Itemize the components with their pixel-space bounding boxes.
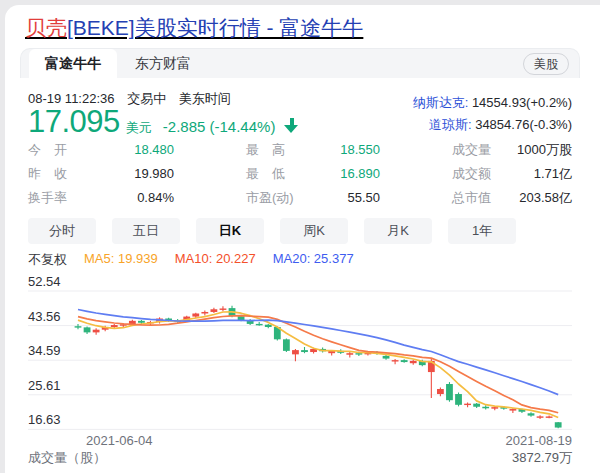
ma-labels: MA5: 19.939MA10: 20.227MA20: 25.377 xyxy=(84,251,354,269)
stat-label: 最 低 xyxy=(246,162,285,186)
candle-body xyxy=(256,324,263,325)
candle-body xyxy=(537,416,544,417)
candle-body xyxy=(238,316,245,320)
index-name: 道琼斯: xyxy=(429,117,472,132)
stat-cell: 换手率0.84% xyxy=(28,186,174,210)
tab-eastmoney[interactable]: 东方财富 xyxy=(121,49,205,79)
stat-cell: 市盈(动)55.50 xyxy=(246,186,380,210)
x-axis-date-right: 2021-08-19 xyxy=(506,433,573,448)
candle-body xyxy=(93,330,100,333)
candle-body xyxy=(473,404,480,407)
period-tab-4[interactable]: 月K xyxy=(364,218,432,244)
volume-row: 成交量（股） 3872.79万 xyxy=(28,449,572,467)
stat-cell: 成交额1.71亿 xyxy=(452,162,572,186)
page-title-text: [BEKE]美股实时行情 - 富途牛牛 xyxy=(67,16,363,39)
kline-chart[interactable]: 52.5443.5634.5925.6116.63 2021-06-04 202… xyxy=(28,271,572,439)
candle-body xyxy=(482,407,489,409)
stat-cell: 昨 收19.980 xyxy=(28,162,174,186)
candle-body xyxy=(283,339,290,351)
candle-body xyxy=(464,404,471,405)
stat-label: 市盈(动) xyxy=(246,186,294,210)
candle-body xyxy=(346,353,353,355)
page-title-link[interactable]: 贝壳[BEKE]美股实时行情 - 富途牛牛 xyxy=(25,14,363,42)
candle-body xyxy=(220,308,227,309)
currency-label: 美元 xyxy=(126,119,152,137)
market-indices: 纳斯达克: 14554.93(+0.2%)道琼斯: 34854.76(-0.3%… xyxy=(413,92,572,136)
stat-value: 18.550 xyxy=(340,138,380,162)
stat-label: 昨 收 xyxy=(28,162,67,186)
market-badge: 美股 xyxy=(523,53,569,75)
y-axis-label: 16.63 xyxy=(28,412,61,427)
candle-body xyxy=(491,407,498,409)
candle-body xyxy=(555,422,562,427)
ma5-line xyxy=(78,312,558,418)
y-axis-label: 52.54 xyxy=(28,274,61,289)
candle-body xyxy=(455,394,462,405)
stat-label: 成交额 xyxy=(452,162,491,186)
kline-canvas[interactable] xyxy=(28,271,572,439)
candle-body xyxy=(301,350,308,352)
candle-body xyxy=(192,314,199,317)
ma20-label: MA20: 25.377 xyxy=(273,251,354,269)
candle-body xyxy=(292,350,299,354)
stat-cell: 最 高18.550 xyxy=(246,138,380,162)
stat-value: 16.890 xyxy=(340,162,380,186)
price-change: -2.885 (-14.44%) xyxy=(163,118,276,135)
adjust-mode-label[interactable]: 不复权 xyxy=(28,251,67,269)
index-row: 道琼斯: 34854.76(-0.3%) xyxy=(413,114,572,136)
index-name: 纳斯达克: xyxy=(413,95,469,110)
stat-value: 203.58亿 xyxy=(519,186,572,210)
quote-card-body: 08-19 11:22:36 交易中 美东时间 17.095 美元 -2.885… xyxy=(20,78,580,473)
candle-body xyxy=(211,309,218,312)
volume-axis-label: 成交量（股） xyxy=(28,449,106,467)
stat-value: 19.980 xyxy=(134,162,174,186)
ma5-label: MA5: 19.939 xyxy=(84,251,158,269)
stat-cell: 成交量1000万股 xyxy=(452,138,572,162)
period-tab-5[interactable]: 1年 xyxy=(448,218,516,244)
ma10-label: MA10: 20.227 xyxy=(175,251,256,269)
ma10-line xyxy=(78,316,558,413)
quote-stats-grid: 今 开18.480最 高18.550成交量1000万股昨 收19.980最 低1… xyxy=(28,138,572,210)
period-tab-1[interactable]: 五日 xyxy=(112,218,180,244)
candle-body xyxy=(528,413,535,415)
period-tab-3[interactable]: 周K xyxy=(280,218,348,244)
stat-label: 成交量 xyxy=(452,138,491,162)
y-axis-label: 25.61 xyxy=(28,378,61,393)
candle-body xyxy=(75,326,82,327)
tab-futu-niuniu[interactable]: 富途牛牛 xyxy=(29,49,117,79)
period-tab-0[interactable]: 分时 xyxy=(28,218,96,244)
down-arrow-icon xyxy=(284,118,299,133)
index-value: 14554.93(+0.2%) xyxy=(468,95,572,110)
y-axis-label: 34.59 xyxy=(28,343,61,358)
source-tabs-bar: 富途牛牛 东方财富 美股 xyxy=(20,48,580,78)
candle-body xyxy=(138,321,145,323)
index-row: 纳斯达克: 14554.93(+0.2%) xyxy=(413,92,572,114)
period-tab-2[interactable]: 日K xyxy=(196,218,264,244)
stat-label: 最 高 xyxy=(246,138,285,162)
content-panel: 贝壳[BEKE]美股实时行情 - 富途牛牛 富途牛牛 东方财富 美股 08-19… xyxy=(5,5,600,473)
volume-latest-value: 3872.79万 xyxy=(512,449,572,467)
current-price: 17.095 xyxy=(28,104,120,140)
price-block: 17.095 美元 -2.885 (-14.44%) xyxy=(28,104,299,140)
stat-value: 0.84% xyxy=(137,186,174,210)
stat-value: 1.71亿 xyxy=(534,162,572,186)
candle-body xyxy=(410,361,417,363)
candle-body xyxy=(84,327,91,332)
stat-cell: 总市值203.58亿 xyxy=(452,186,572,210)
stat-cell: 最 低16.890 xyxy=(246,162,380,186)
candle-body xyxy=(546,416,553,417)
y-axis-label: 43.56 xyxy=(28,309,61,324)
stat-label: 换手率 xyxy=(28,186,67,210)
stat-value: 18.480 xyxy=(134,138,174,162)
candle-body xyxy=(383,356,390,359)
candle-body xyxy=(111,325,118,327)
candle-body xyxy=(265,325,272,327)
stock-quote-card: 富途牛牛 东方财富 美股 08-19 11:22:36 交易中 美东时间 17.… xyxy=(20,48,580,473)
candle-body xyxy=(437,389,444,394)
stat-value: 55.50 xyxy=(347,186,380,210)
stat-cell: 今 开18.480 xyxy=(28,138,174,162)
period-tabs: 分时五日日K周K月K1年 xyxy=(28,218,572,244)
browser-page: 贝壳[BEKE]美股实时行情 - 富途牛牛 富途牛牛 东方财富 美股 08-19… xyxy=(0,0,600,473)
index-value: 34854.76(-0.3%) xyxy=(472,117,572,132)
stat-value: 1000万股 xyxy=(517,138,572,162)
